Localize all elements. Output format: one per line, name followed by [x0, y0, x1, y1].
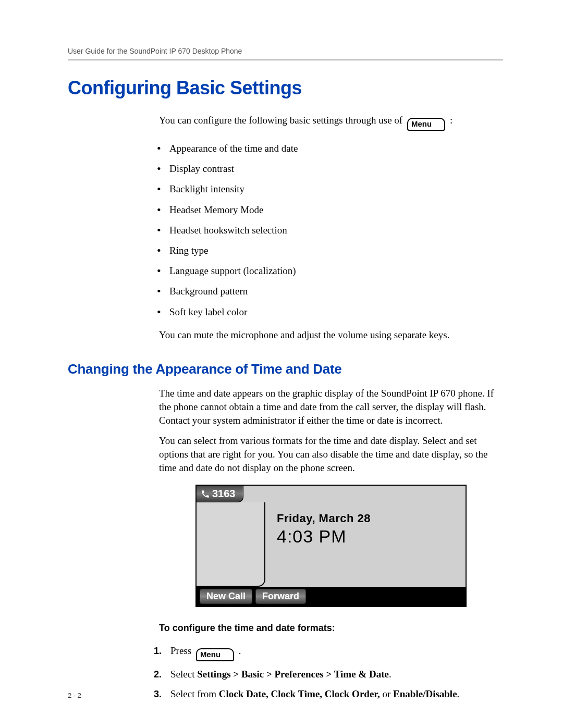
procedure-heading: To configure the time and date formats:	[159, 623, 503, 634]
phone-mid: Friday, March 28 4:03 PM	[197, 502, 466, 587]
step-1-post: .	[236, 645, 241, 656]
list-item: Headset hookswitch selection	[169, 221, 503, 239]
step-3-mid: or	[383, 688, 394, 699]
phone-screenshot: 3163 Friday, March 28 4:03 PM New Call F…	[195, 485, 467, 607]
time-date-p1: The time and date appears on the graphic…	[159, 387, 503, 427]
menu-key-icon: Menu	[196, 648, 234, 661]
intro-paragraph: You can configure the following basic se…	[159, 114, 503, 132]
list-item: Soft key label color	[169, 303, 503, 321]
time-date-p2: You can select from various formats for …	[159, 434, 503, 474]
list-item: Language support (localization)	[169, 262, 503, 280]
intro-lead: You can configure the following basic se…	[159, 115, 402, 126]
menu-key-icon: Menu	[407, 118, 445, 131]
phone-left-column	[197, 502, 265, 587]
settings-list: Appearance of the time and date Display …	[159, 139, 503, 321]
step-2-post: .	[389, 669, 391, 680]
list-item: Backlight intensity	[169, 180, 503, 198]
list-item: Background pattern	[169, 282, 503, 300]
step-2-bold: Settings > Basic > Preferences > Time & …	[197, 669, 389, 680]
extension-tab: 3163	[197, 486, 243, 502]
list-item: Headset Memory Mode	[169, 201, 503, 219]
list-item: Ring type	[169, 241, 503, 260]
softkey-new-call: New Call	[200, 589, 252, 604]
phone-date: Friday, March 28	[277, 512, 460, 525]
intro-tail: :	[447, 115, 452, 126]
step-2-pre: Select	[170, 669, 197, 680]
step-3-bold2: Enable/Disable	[393, 688, 457, 699]
phone-time: 4:03 PM	[277, 526, 460, 547]
list-item: Display contrast	[169, 159, 503, 178]
mute-note: You can mute the microphone and adjust t…	[159, 328, 503, 342]
step-2: Select Settings > Basic > Preferences > …	[164, 667, 503, 682]
step-1-pre: Press	[170, 645, 191, 656]
section-heading: Configuring Basic Settings	[68, 77, 503, 99]
step-3-post: .	[457, 688, 460, 699]
extension-number: 3163	[212, 488, 236, 500]
phone-handset-icon	[201, 489, 210, 499]
running-header: User Guide for the SoundPoint IP 670 Des…	[68, 47, 503, 59]
header-rule	[68, 59, 503, 60]
phone-frame: 3163 Friday, March 28 4:03 PM New Call F…	[195, 485, 467, 607]
step-3-bold: Clock Date, Clock Time, Clock Order,	[219, 688, 383, 699]
page-number: 2 - 2	[68, 692, 81, 699]
subsection-heading: Changing the Appearance of Time and Date	[68, 361, 503, 377]
step-3: Select from Clock Date, Clock Time, Cloc…	[164, 686, 503, 701]
phone-topbar: 3163	[197, 486, 466, 502]
phone-main-area: Friday, March 28 4:03 PM	[265, 502, 466, 587]
list-item: Appearance of the time and date	[169, 139, 503, 157]
step-3-pre: Select from	[170, 688, 219, 699]
procedure-steps: Press Menu . Select Settings > Basic > P…	[159, 643, 503, 701]
softkey-forward: Forward	[255, 589, 306, 604]
softkey-bar: New Call Forward	[197, 587, 466, 606]
step-1: Press Menu .	[164, 643, 503, 662]
